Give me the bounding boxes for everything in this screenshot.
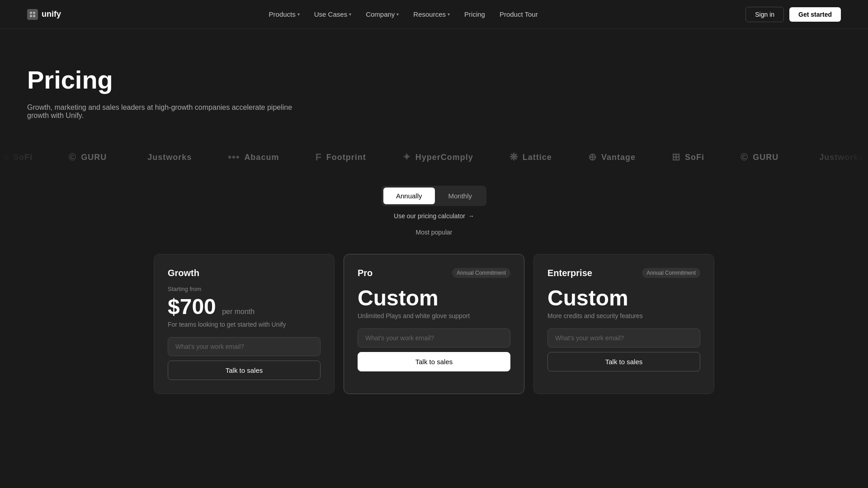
monthly-toggle[interactable]: Monthly xyxy=(436,188,485,204)
card-title: Growth xyxy=(168,268,199,278)
logo-item: FFootprint xyxy=(315,151,366,163)
card-header: Enterprise Annual Commitment xyxy=(547,268,700,278)
card-price: Custom xyxy=(547,286,700,310)
card-description: Unlimited Plays and white glove support xyxy=(358,312,510,319)
logo-item: Justworks xyxy=(143,153,192,162)
logo-icon xyxy=(27,9,38,20)
arrow-right-icon: → xyxy=(468,212,474,220)
signin-button[interactable]: Sign in xyxy=(745,7,784,22)
card-starting-from: Starting from xyxy=(168,286,321,292)
logo-item: Justworks xyxy=(815,153,863,162)
pricing-card-enterprise: Enterprise Annual Commitment Custom More… xyxy=(533,254,714,394)
chevron-down-icon: ▾ xyxy=(297,12,300,17)
get-started-button[interactable]: Get started xyxy=(789,7,841,22)
billing-toggle: Annually Monthly xyxy=(382,186,486,206)
logo-symbol: F xyxy=(315,151,321,163)
logo-item: •••Abacum xyxy=(228,151,279,163)
svg-rect-3 xyxy=(33,15,35,17)
logo[interactable]: unify xyxy=(27,9,61,20)
svg-rect-0 xyxy=(30,12,32,14)
hero-section: Pricing Growth, marketing and sales lead… xyxy=(0,29,407,138)
logo-symbol: ⊞ xyxy=(672,151,680,163)
chevron-down-icon: ▾ xyxy=(349,12,351,17)
logo-name: Lattice xyxy=(523,153,552,162)
card-header: Growth xyxy=(168,268,321,278)
logo-name: SoFi xyxy=(13,153,33,162)
nav-links: Products ▾ Use Cases ▾ Company ▾ Resourc… xyxy=(269,10,538,18)
logo-item: ⊞SoFi xyxy=(672,151,704,163)
nav-product-tour[interactable]: Product Tour xyxy=(500,10,538,18)
annually-toggle[interactable]: Annually xyxy=(383,188,435,204)
logo-symbol: ❋ xyxy=(509,151,518,163)
card-description: For teams looking to get started with Un… xyxy=(168,321,321,328)
logo-name: HyperComply xyxy=(415,153,473,162)
card-header: Pro Annual Commitment xyxy=(358,268,510,278)
talk-to-sales-button-pro[interactable]: Talk to sales xyxy=(358,352,510,371)
logo-item: ©GURU xyxy=(69,151,107,163)
logo-name: GURU xyxy=(81,153,107,162)
svg-rect-1 xyxy=(33,12,35,14)
nav-use-cases[interactable]: Use Cases ▾ xyxy=(314,10,351,18)
pricing-card-pro: Pro Annual Commitment Custom Unlimited P… xyxy=(344,254,524,394)
logos-strip: ⊞SoFi©GURUJustworks•••AbacumFFootprint✦H… xyxy=(0,138,868,177)
logo-symbol: ••• xyxy=(228,151,240,163)
logo-item: ©GURU xyxy=(741,151,778,163)
logo-name: Justworks xyxy=(147,153,192,162)
card-price: Custom xyxy=(358,286,510,310)
chevron-down-icon: ▾ xyxy=(448,12,450,17)
pricing-cards: Growth Starting from $700 per month For … xyxy=(118,254,750,394)
card-badge: Annual Commitment xyxy=(642,268,700,278)
logo-item: ⊕Vantage xyxy=(588,151,636,163)
nav-resources[interactable]: Resources ▾ xyxy=(413,10,450,18)
logo-symbol: © xyxy=(741,151,748,163)
nav-company[interactable]: Company ▾ xyxy=(366,10,399,18)
logo-name: Vantage xyxy=(601,153,636,162)
logo-symbol: © xyxy=(69,151,76,163)
logo-item: ❋Lattice xyxy=(509,151,552,163)
logo-name: Footprint xyxy=(326,153,366,162)
logo-symbol: ✦ xyxy=(402,151,411,163)
card-title: Enterprise xyxy=(547,268,592,278)
navbar: unify Products ▾ Use Cases ▾ Company ▾ R… xyxy=(0,0,868,29)
logo-name: GURU xyxy=(753,153,778,162)
logo-name: SoFi xyxy=(685,153,704,162)
logos-track: ⊞SoFi©GURUJustworks•••AbacumFFootprint✦H… xyxy=(0,151,868,163)
logo-item: ✦HyperComply xyxy=(402,151,473,163)
email-input-pro[interactable] xyxy=(358,328,510,347)
email-input-enterprise[interactable] xyxy=(547,328,700,347)
card-badge: Annual Commitment xyxy=(452,268,510,278)
nav-products[interactable]: Products ▾ xyxy=(269,10,300,18)
pricing-section: Annually Monthly Use our pricing calcula… xyxy=(0,177,868,254)
logo-symbol: ⊕ xyxy=(588,151,597,163)
pricing-calculator-link[interactable]: Use our pricing calculator → xyxy=(394,212,474,220)
pricing-card-growth: Growth Starting from $700 per month For … xyxy=(154,254,335,394)
nav-actions: Sign in Get started xyxy=(745,7,841,22)
talk-to-sales-button-growth[interactable]: Talk to sales xyxy=(168,361,321,380)
logo-name: Justworks xyxy=(819,153,863,162)
most-popular-label: Most popular xyxy=(416,229,453,236)
card-per-month: per month xyxy=(222,308,255,315)
chevron-down-icon: ▾ xyxy=(396,12,399,17)
nav-pricing[interactable]: Pricing xyxy=(464,10,485,18)
email-input-growth[interactable] xyxy=(168,337,321,356)
card-price: $700 per month xyxy=(168,294,321,319)
page-title: Pricing xyxy=(27,65,380,94)
logo-symbol: ⊞ xyxy=(0,151,9,163)
card-title: Pro xyxy=(358,268,373,278)
card-description: More credits and security features xyxy=(547,312,700,319)
svg-rect-2 xyxy=(30,15,32,17)
talk-to-sales-button-enterprise[interactable]: Talk to sales xyxy=(547,352,700,371)
logo-item: ⊞SoFi xyxy=(0,151,33,163)
logo-name: Abacum xyxy=(244,153,279,162)
hero-subtitle: Growth, marketing and sales leaders at h… xyxy=(27,103,298,120)
